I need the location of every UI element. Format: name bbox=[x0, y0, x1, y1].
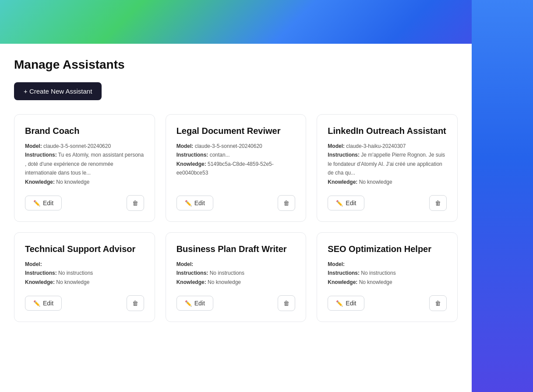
assistant-details-legal-document-reviwer: Model: claude-3-5-sonnet-20240620 Instru… bbox=[176, 142, 296, 178]
knowledge-label: Knowledge: bbox=[25, 279, 55, 285]
knowledge-label: Knowledge: bbox=[25, 179, 55, 185]
pencil-icon bbox=[185, 300, 192, 307]
pencil-icon bbox=[336, 300, 343, 307]
assistant-title-legal-document-reviwer: Legal Document Reviwer bbox=[176, 125, 296, 136]
delete-button-brand-coach[interactable] bbox=[127, 195, 144, 211]
instructions-label: Instructions: bbox=[176, 152, 208, 158]
create-new-assistant-button[interactable]: + Create New Assistant bbox=[14, 82, 102, 100]
pencil-icon bbox=[33, 300, 40, 307]
instructions-label: Instructions: bbox=[25, 152, 57, 158]
model-label: Model: bbox=[328, 143, 345, 149]
instructions-label: Instructions: bbox=[176, 270, 208, 276]
trash-icon bbox=[283, 199, 289, 207]
instructions-label: Instructions: bbox=[25, 270, 57, 276]
header-gradient bbox=[0, 0, 533, 44]
trash-icon bbox=[132, 199, 138, 207]
instructions-label: Instructions: bbox=[328, 270, 360, 276]
assistant-details-seo-optimization-helper: Model: Instructions: No instructions Kno… bbox=[328, 260, 447, 287]
assistant-actions-brand-coach: Edit bbox=[25, 192, 144, 211]
model-label: Model: bbox=[328, 261, 345, 267]
trash-icon bbox=[435, 199, 441, 207]
knowledge-label: Knowledge: bbox=[176, 161, 206, 167]
assistants-grid: Brand Coach Model: claude-3-5-sonnet-202… bbox=[14, 114, 458, 322]
assistant-title-seo-optimization-helper: SEO Optimization Helper bbox=[328, 243, 447, 255]
instructions-label: Instructions: bbox=[328, 152, 360, 158]
delete-button-technical-support-advisor[interactable] bbox=[127, 295, 144, 311]
delete-button-business-plan-draft-writer[interactable] bbox=[278, 295, 295, 311]
assistant-title-brand-coach: Brand Coach bbox=[25, 125, 144, 136]
edit-button-seo-optimization-helper[interactable]: Edit bbox=[328, 296, 364, 311]
pencil-icon bbox=[336, 200, 343, 206]
assistant-details-brand-coach: Model: claude-3-5-sonnet-20240620 Instru… bbox=[25, 142, 144, 186]
delete-button-legal-document-reviwer[interactable] bbox=[278, 195, 295, 211]
assistant-title-technical-support-advisor: Technical Support Advisor bbox=[25, 243, 144, 255]
assistant-title-linkedin-outreach-assistant: LinkedIn Outreach Assistant bbox=[328, 125, 447, 136]
model-label: Model: bbox=[176, 261, 194, 267]
edit-button-brand-coach[interactable]: Edit bbox=[25, 196, 62, 210]
assistant-details-business-plan-draft-writer: Model: Instructions: No instructions Kno… bbox=[176, 260, 296, 287]
right-sidebar-bg bbox=[472, 0, 533, 392]
assistant-actions-legal-document-reviwer: Edit bbox=[176, 192, 296, 211]
edit-button-technical-support-advisor[interactable]: Edit bbox=[25, 296, 62, 311]
assistant-details-technical-support-advisor: Model: Instructions: No instructions Kno… bbox=[25, 260, 144, 287]
assistant-actions-linkedin-outreach-assistant: Edit bbox=[328, 192, 447, 211]
assistant-card-business-plan-draft-writer: Business Plan Draft Writer Model: Instru… bbox=[166, 232, 307, 322]
assistant-card-seo-optimization-helper: SEO Optimization Helper Model: Instructi… bbox=[317, 232, 458, 322]
trash-icon bbox=[283, 299, 289, 307]
assistant-actions-technical-support-advisor: Edit bbox=[25, 292, 144, 311]
trash-icon bbox=[435, 299, 441, 307]
assistant-details-linkedin-outreach-assistant: Model: claude-3-haiku-20240307 Instructi… bbox=[328, 142, 447, 186]
page-title: Manage Assistants bbox=[14, 58, 458, 72]
knowledge-label: Knowledge: bbox=[328, 179, 357, 185]
trash-icon bbox=[132, 299, 138, 307]
assistant-card-technical-support-advisor: Technical Support Advisor Model: Instruc… bbox=[14, 232, 155, 322]
model-label: Model: bbox=[176, 143, 194, 149]
assistant-actions-seo-optimization-helper: Edit bbox=[328, 292, 447, 311]
assistant-actions-business-plan-draft-writer: Edit bbox=[176, 292, 296, 311]
main-content: Manage Assistants + Create New Assistant… bbox=[0, 44, 472, 392]
assistant-card-brand-coach: Brand Coach Model: claude-3-5-sonnet-202… bbox=[14, 114, 155, 222]
delete-button-linkedin-outreach-assistant[interactable] bbox=[429, 195, 447, 211]
assistant-card-legal-document-reviwer: Legal Document Reviwer Model: claude-3-5… bbox=[166, 114, 307, 222]
model-label: Model: bbox=[25, 143, 42, 149]
knowledge-label: Knowledge: bbox=[176, 279, 206, 285]
knowledge-label: Knowledge: bbox=[328, 279, 357, 285]
pencil-icon bbox=[185, 200, 192, 206]
edit-button-business-plan-draft-writer[interactable]: Edit bbox=[176, 296, 213, 311]
pencil-icon bbox=[33, 200, 40, 206]
edit-button-linkedin-outreach-assistant[interactable]: Edit bbox=[328, 196, 364, 210]
edit-button-legal-document-reviwer[interactable]: Edit bbox=[176, 196, 213, 210]
model-label: Model: bbox=[25, 261, 42, 267]
assistant-title-business-plan-draft-writer: Business Plan Draft Writer bbox=[176, 243, 296, 255]
delete-button-seo-optimization-helper[interactable] bbox=[429, 295, 447, 311]
assistant-card-linkedin-outreach-assistant: LinkedIn Outreach Assistant Model: claud… bbox=[317, 114, 458, 222]
